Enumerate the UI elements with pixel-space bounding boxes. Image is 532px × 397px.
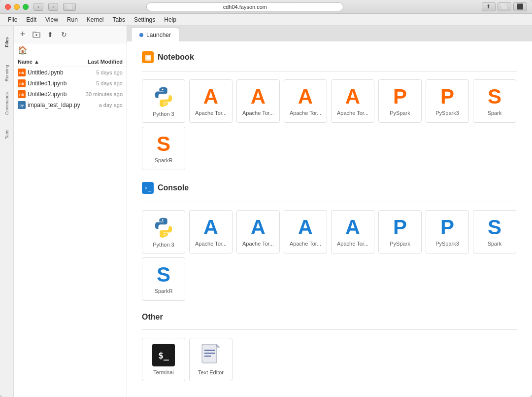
sidebar-item-tabs[interactable]: Tabs bbox=[1, 119, 13, 149]
apache-icon: A bbox=[203, 86, 218, 107]
menu-help[interactable]: Help bbox=[160, 15, 180, 24]
tile-console-apache3[interactable]: A Apache Tor... bbox=[284, 210, 327, 253]
new-folder-button[interactable] bbox=[32, 30, 41, 39]
refresh-button[interactable]: ↻ bbox=[59, 30, 69, 39]
python-logo-icon bbox=[152, 85, 175, 108]
tile-console-python3[interactable]: Python 3 bbox=[142, 210, 185, 253]
pyspark-icon: P bbox=[393, 217, 407, 238]
sidebar-toggle[interactable]: ⬛ bbox=[513, 2, 527, 11]
tab-indicator bbox=[139, 33, 143, 37]
menu-run[interactable]: Run bbox=[63, 15, 82, 24]
tile-notebook-sparkr[interactable]: S SparkR bbox=[142, 127, 185, 170]
notebook-icon: nb bbox=[18, 79, 26, 87]
url-text: cdh04.fayson.com bbox=[223, 4, 267, 10]
menu-edit[interactable]: Edit bbox=[22, 15, 40, 24]
tile-console-apache2[interactable]: A Apache Tor... bbox=[236, 210, 280, 253]
tile-notebook-apache1[interactable]: A Apache Tor... bbox=[189, 79, 233, 123]
tile-label: SparkR bbox=[155, 288, 173, 294]
minimize-button[interactable] bbox=[14, 4, 20, 10]
home-button[interactable]: 🏠 bbox=[14, 43, 127, 57]
tab-label: Launcher bbox=[146, 32, 171, 38]
tile-notebook-spark[interactable]: S Spark bbox=[473, 79, 516, 123]
side-icon-panel: Files Running Commands Tabs bbox=[0, 26, 14, 397]
python-logo-icon-blue bbox=[152, 216, 175, 239]
other-section-title: Other bbox=[142, 313, 517, 322]
sidebar-item-commands[interactable]: Commands bbox=[1, 89, 13, 118]
apache-icon: A bbox=[298, 86, 313, 107]
new-file-button[interactable]: + bbox=[18, 30, 28, 39]
notebook-section-icon: ▣ bbox=[142, 51, 154, 63]
file-browser: + ⬆ ↻ 🏠 Name ▲ Last Modified bbox=[14, 26, 127, 397]
spark-icon: S bbox=[488, 86, 501, 107]
tile-console-sparkr[interactable]: S SparkR bbox=[142, 257, 185, 301]
tile-notebook-apache4[interactable]: A Apache Tor... bbox=[331, 79, 374, 123]
other-divider bbox=[142, 329, 517, 330]
list-item[interactable]: nb Untitled1.ipynb 5 days ago bbox=[14, 78, 127, 89]
forward-button[interactable]: › bbox=[48, 3, 58, 11]
file-name: Untitled.ipynb bbox=[28, 69, 96, 76]
list-item[interactable]: nb Untitled.ipynb 5 days ago bbox=[14, 67, 127, 78]
tile-text-editor[interactable]: Text Editor bbox=[189, 338, 233, 381]
upload-button[interactable]: ⬆ bbox=[45, 30, 55, 39]
tile-label: Apache Tor... bbox=[290, 110, 321, 116]
menu-view[interactable]: View bbox=[41, 15, 62, 24]
tile-notebook-python3[interactable]: Python 3 bbox=[142, 79, 185, 123]
maximize-button[interactable] bbox=[23, 4, 29, 10]
tile-label: PySpark3 bbox=[435, 110, 459, 116]
apache-icon: A bbox=[345, 217, 360, 238]
tile-label: Terminal bbox=[153, 369, 174, 375]
tab-launcher[interactable]: Launcher bbox=[131, 28, 179, 41]
tile-label: SparkR bbox=[155, 157, 173, 163]
tile-console-apache4[interactable]: A Apache Tor... bbox=[331, 210, 374, 253]
tile-console-pyspark[interactable]: P PySpark bbox=[378, 210, 422, 253]
pyspark3-icon: P bbox=[440, 217, 454, 238]
tile-notebook-apache3[interactable]: A Apache Tor... bbox=[284, 79, 327, 123]
share-button[interactable]: ⬆ bbox=[482, 2, 496, 11]
terminal-icon: $_ bbox=[152, 344, 175, 366]
tile-console-apache1[interactable]: A Apache Tor... bbox=[189, 210, 233, 253]
tab-button[interactable]: ⬜ bbox=[63, 3, 76, 11]
apache-icon: A bbox=[203, 217, 218, 238]
tile-notebook-apache2[interactable]: A Apache Tor... bbox=[236, 79, 280, 123]
tile-label: Text Editor bbox=[198, 369, 224, 375]
tile-terminal[interactable]: $_ Terminal bbox=[142, 338, 185, 381]
console-label: Console bbox=[158, 183, 189, 192]
expand-button[interactable]: ⬜ bbox=[498, 2, 511, 11]
file-modified: a day ago bbox=[99, 102, 123, 108]
tile-label: PySpark3 bbox=[435, 241, 459, 247]
file-name: impala_test_ldap.py bbox=[28, 102, 99, 108]
file-name: Untitled2.ipynb bbox=[28, 91, 86, 98]
list-item[interactable]: nb Untitled2.ipynb 30 minutes ago bbox=[14, 89, 127, 100]
tile-label: Apache Tor... bbox=[242, 241, 274, 247]
menu-file[interactable]: File bbox=[4, 15, 21, 24]
tile-label: Apache Tor... bbox=[242, 110, 274, 116]
file-name: Untitled1.ipynb bbox=[28, 80, 96, 87]
tile-label: Apache Tor... bbox=[290, 241, 321, 247]
tile-console-pyspark3[interactable]: P PySpark3 bbox=[426, 210, 469, 253]
launcher-panel: ▣ Notebook Python 3 A bbox=[127, 41, 532, 397]
fb-column-headers: Name ▲ Last Modified bbox=[14, 57, 127, 67]
list-item[interactable]: py impala_test_ldap.py a day ago bbox=[14, 100, 127, 110]
tile-notebook-pyspark3[interactable]: P PySpark3 bbox=[426, 79, 469, 123]
url-bar[interactable]: cdh04.fayson.com bbox=[146, 2, 343, 11]
tile-console-spark[interactable]: S Spark bbox=[473, 210, 516, 253]
notebook-section-title: ▣ Notebook bbox=[142, 51, 517, 63]
menu-settings[interactable]: Settings bbox=[130, 15, 159, 24]
sidebar-item-running[interactable]: Running bbox=[1, 58, 13, 88]
close-button[interactable] bbox=[5, 4, 11, 10]
tile-label: Apache Tor... bbox=[195, 110, 227, 116]
tile-label: Apache Tor... bbox=[337, 110, 368, 116]
fb-toolbar: + ⬆ ↻ bbox=[14, 26, 127, 43]
menu-tabs[interactable]: Tabs bbox=[109, 15, 129, 24]
back-button[interactable]: ‹ bbox=[33, 3, 43, 11]
menu-kernel[interactable]: Kernel bbox=[83, 15, 108, 24]
sidebar-item-files[interactable]: Files bbox=[1, 28, 13, 57]
notebook-tiles: Python 3 A Apache Tor... A Apache Tor...… bbox=[142, 79, 517, 170]
apache-icon: A bbox=[251, 217, 266, 238]
pyspark3-icon: P bbox=[440, 86, 454, 107]
tile-notebook-pyspark[interactable]: P PySpark bbox=[378, 79, 422, 123]
spark-icon: S bbox=[488, 217, 501, 238]
apache-icon: A bbox=[298, 217, 313, 238]
titlebar: ‹ › ⬜ cdh04.fayson.com ⬆ ⬜ ⬛ bbox=[0, 0, 532, 14]
apache-icon: A bbox=[345, 86, 360, 107]
